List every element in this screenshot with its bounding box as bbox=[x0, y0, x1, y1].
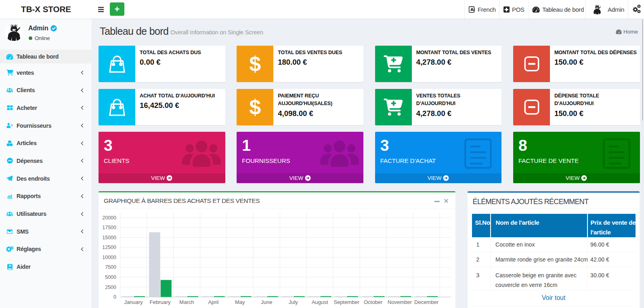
svg-text:February: February bbox=[149, 299, 171, 305]
svg-text:August: August bbox=[312, 299, 328, 305]
svg-text:March: March bbox=[179, 299, 194, 305]
svg-text:December: December bbox=[414, 299, 439, 305]
svg-text:October: October bbox=[364, 299, 383, 305]
svg-text:12500: 12500 bbox=[102, 245, 116, 251]
svg-text:15000: 15000 bbox=[102, 235, 116, 240]
svg-text:January: January bbox=[124, 299, 143, 305]
svg-text:May: May bbox=[235, 299, 245, 305]
svg-text:17500: 17500 bbox=[102, 225, 116, 230]
svg-text:April: April bbox=[208, 299, 218, 305]
svg-text:0: 0 bbox=[113, 294, 116, 300]
svg-text:June: June bbox=[261, 299, 272, 305]
svg-text:5000: 5000 bbox=[105, 274, 116, 280]
svg-text:2500: 2500 bbox=[105, 285, 116, 290]
svg-text:10000: 10000 bbox=[102, 255, 116, 260]
svg-text:November: November bbox=[388, 299, 412, 305]
svg-text:September: September bbox=[334, 299, 359, 305]
svg-text:20000: 20000 bbox=[102, 215, 116, 221]
svg-text:July: July bbox=[289, 299, 298, 305]
svg-text:7500: 7500 bbox=[105, 265, 116, 270]
